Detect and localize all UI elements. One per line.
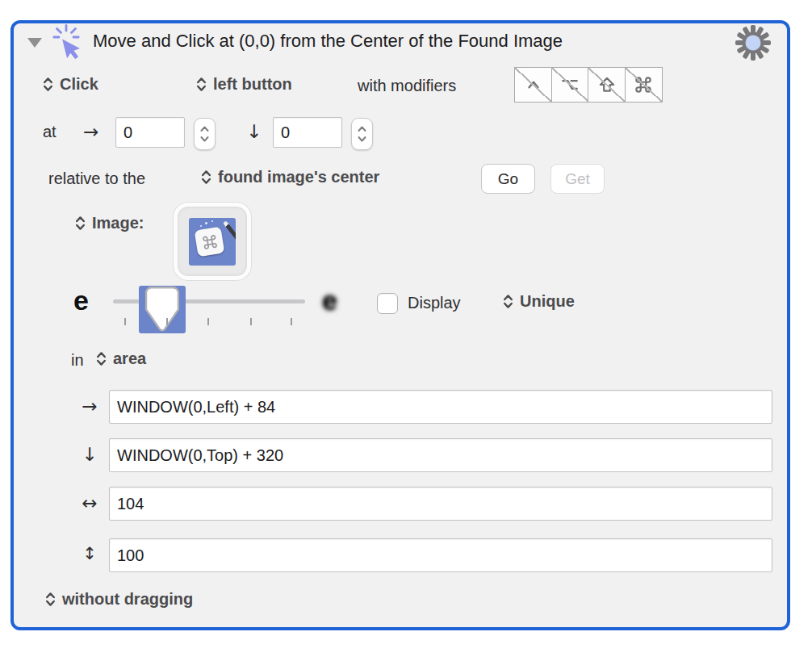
click-type-label: Click [60,75,98,94]
x-offset-stepper[interactable] [194,118,216,150]
popup-chevrons-icon [200,169,212,186]
unique-popup[interactable]: Unique [502,292,575,311]
drag-mode-popup[interactable]: without dragging [44,590,193,609]
display-checkbox[interactable] [377,293,398,314]
fuzz-sharp-glyph: e [73,285,89,316]
found-image-thumbnail [189,218,236,266]
control-key-icon [523,74,544,95]
fuzz-slider[interactable] [113,284,305,328]
get-button[interactable]: Get [550,164,605,194]
action-move-and-click[interactable]: Move and Click at (0,0) from the Center … [10,20,790,630]
modifier-command-button[interactable] [625,67,663,103]
click-cursor-icon [52,24,91,63]
go-button[interactable]: Go [481,164,535,194]
fuzz-blur-glyph: e [322,285,337,316]
popup-chevrons-icon [74,215,86,232]
display-label: Display [408,294,461,312]
click-type-popup[interactable]: Click [42,75,98,94]
relative-to-popup[interactable]: found image's center [200,168,379,186]
image-source-label: Image: [92,214,144,232]
popup-chevrons-icon [502,293,514,310]
modifier-option-button[interactable] [551,67,589,103]
relative-to-value: found image's center [218,168,379,186]
x-offset-input[interactable] [115,117,185,148]
area-height-input[interactable] [109,538,772,572]
option-key-icon [559,74,580,95]
arrow-down-icon: ↓ [77,444,103,465]
with-modifiers-label: with modifiers [358,77,456,95]
popup-chevrons-icon [44,591,57,608]
area-label: area [113,349,146,368]
popup-chevrons-icon [95,350,107,367]
modifier-control-button[interactable] [514,67,552,103]
command-key-icon [199,231,220,251]
command-key-icon [633,74,654,95]
stepper-icon [357,124,367,144]
y-offset-stepper[interactable] [351,118,373,150]
area-popup[interactable]: area [95,349,146,368]
relative-to-label: relative to the [48,169,145,188]
arrow-right-icon: → [77,395,103,416]
in-label: in [71,351,84,370]
fuzz-slider-thumb[interactable] [139,286,186,333]
area-width-input[interactable] [109,487,772,521]
arrow-right-icon: → [83,121,98,142]
unique-label: Unique [520,292,575,311]
mouse-button-popup[interactable]: left button [195,75,292,94]
disclosure-triangle-icon[interactable] [27,36,43,48]
popup-chevrons-icon [195,76,207,93]
y-offset-input[interactable] [273,117,342,148]
image-source-popup[interactable]: Image: [74,214,144,232]
drag-mode-label: without dragging [62,590,193,609]
at-label: at [43,123,57,141]
area-left-input[interactable] [109,390,772,424]
mouse-button-label: left button [213,75,292,94]
popup-chevrons-icon [42,76,54,93]
arrow-updown-icon: ↕ [77,544,103,563]
area-top-input[interactable] [109,438,772,472]
shift-key-icon [596,74,617,95]
action-title: Move and Click at (0,0) from the Center … [93,31,563,52]
modifier-shift-button[interactable] [588,67,626,103]
arrow-leftright-icon: ↔ [77,492,103,513]
stepper-icon [199,124,210,144]
magic-wand-icon [223,220,236,249]
gear-icon[interactable] [735,24,772,61]
modifier-keys-group [514,67,663,103]
arrow-down-icon: ↓ [246,121,262,142]
image-well[interactable] [174,203,251,280]
